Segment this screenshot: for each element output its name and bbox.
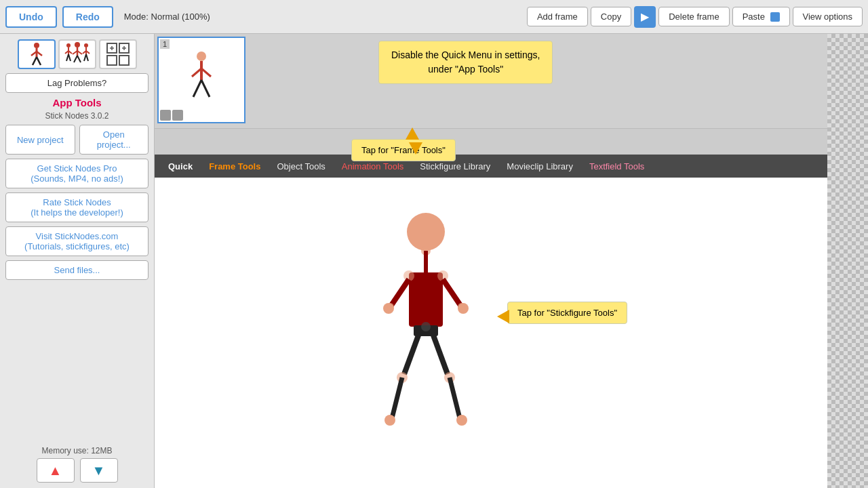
frame-tools-tooltip: Tap for "Frame Tools" [351, 139, 456, 161]
add-frame-button[interactable]: Add frame [527, 7, 588, 26]
svg-rect-26 [107, 56, 117, 65]
center-area: 1 [155, 34, 827, 488]
svg-line-23 [86, 54, 88, 61]
undo-button[interactable]: Undo [5, 6, 57, 28]
svg-point-49 [421, 322, 431, 331]
app-tools-section: App Tools Stick Nodes 3.0.2 [5, 97, 149, 121]
sidebar: Lag Problems? App Tools Stick Nodes 3.0.… [0, 34, 155, 488]
svg-line-5 [37, 57, 41, 65]
frame-number: 1 [160, 39, 170, 49]
paste-button[interactable]: Paste [732, 7, 790, 27]
svg-line-51 [433, 333, 448, 374]
scroll-up-button[interactable]: ▲ [37, 458, 75, 483]
canvas-area[interactable]: Tap for "Stickfigure Tools" [155, 178, 827, 488]
svg-line-44 [391, 279, 409, 306]
grid-icon [106, 42, 130, 66]
frame-action-icon-2 [172, 110, 183, 121]
app-tools-title: App Tools [52, 97, 101, 108]
person-icon-button[interactable] [18, 39, 56, 69]
menu-frame-tools[interactable]: Frame Tools [201, 157, 269, 176]
main-content: Lag Problems? App Tools Stick Nodes 3.0.… [0, 34, 868, 488]
paste-icon [770, 12, 780, 22]
svg-point-58 [387, 303, 394, 310]
svg-line-36 [193, 80, 201, 97]
svg-point-32 [197, 52, 206, 61]
play-icon: ▶ [641, 10, 649, 23]
arrow-up-icon: ▲ [49, 463, 62, 479]
frame-tools-arrow [406, 127, 419, 140]
play-button[interactable]: ▶ [634, 6, 656, 28]
frame-item[interactable]: 1 [157, 37, 245, 123]
copy-button[interactable]: Copy [591, 7, 631, 26]
svg-line-4 [33, 57, 37, 65]
memory-section: Memory use: 12MB ▲ ▼ [5, 446, 149, 483]
main-stickfigure-svg [358, 211, 494, 428]
svg-line-45 [443, 279, 461, 306]
group-icon-button[interactable] [58, 39, 96, 69]
send-files-button[interactable]: Send files... [5, 260, 149, 280]
frame-action-icon-1 [160, 110, 171, 121]
frame-stickfigure [181, 49, 222, 110]
grid-icon-button[interactable] [99, 39, 137, 69]
svg-line-54 [392, 378, 402, 418]
arrow-down-icon: ▼ [92, 463, 106, 479]
right-checkered-panel [827, 34, 868, 488]
menu-object-tools[interactable]: Object Tools [269, 157, 333, 176]
svg-line-34 [192, 68, 201, 77]
tool-icons [5, 39, 149, 69]
app-version: Stick Nodes 3.0.2 [45, 111, 108, 121]
svg-point-38 [407, 213, 445, 251]
frame-action-icons [160, 110, 183, 121]
memory-label: Memory use: 12MB [41, 446, 112, 455]
menu-textfield-tools[interactable]: Textfield Tools [581, 157, 652, 176]
quick-menu-down-arrow [409, 142, 422, 155]
svg-point-59 [458, 303, 465, 310]
delete-frame-button[interactable]: Delete frame [658, 7, 729, 26]
menu-quick[interactable]: Quick [160, 157, 201, 176]
svg-line-37 [201, 80, 210, 97]
stickfigure-main [358, 211, 494, 431]
svg-rect-40 [409, 272, 443, 327]
svg-point-57 [456, 415, 467, 426]
memory-buttons: ▲ ▼ [37, 458, 118, 483]
svg-rect-27 [119, 56, 129, 65]
redo-button[interactable]: Redo [62, 6, 113, 28]
project-buttons: New project Openproject... [5, 125, 149, 155]
svg-point-18 [84, 43, 88, 47]
menu-bar: Quick Frame Tools Object Tools Animation… [155, 155, 827, 178]
quick-menu-tooltip: Disable the Quick Menu in settings,under… [378, 41, 553, 84]
svg-point-56 [384, 415, 395, 426]
stickfigure-tooltip-arrow [497, 310, 509, 323]
visit-button[interactable]: Visit StickNodes.com(Tutorials, stickfig… [5, 226, 149, 256]
stickfigure-tools-tooltip: Tap for "Stickfigure Tools" [507, 302, 627, 324]
frame-controls: Add frame Copy ▶ Delete frame Paste View… [527, 6, 863, 28]
svg-line-55 [450, 378, 460, 418]
svg-point-12 [75, 42, 80, 47]
svg-line-50 [404, 333, 419, 374]
svg-line-16 [74, 56, 77, 62]
svg-line-35 [201, 68, 211, 77]
svg-line-11 [68, 54, 71, 61]
mode-label: Mode: Normal (100%) [124, 12, 210, 22]
top-bar: Undo Redo Mode: Normal (100%) Add frame … [0, 0, 868, 34]
new-project-button[interactable]: New project [5, 125, 75, 155]
rate-button[interactable]: Rate Stick Nodes(It helps the developer!… [5, 192, 149, 222]
menu-movieclip-library[interactable]: Movieclip Library [498, 157, 581, 176]
view-options-button[interactable]: View options [793, 7, 863, 26]
open-project-button[interactable]: Openproject... [79, 125, 149, 155]
group-stick-icon [63, 42, 92, 66]
get-pro-button[interactable]: Get Stick Nodes Pro(Sounds, MP4, no ads!… [5, 159, 149, 188]
stick-person-icon [26, 42, 47, 66]
svg-point-0 [34, 43, 39, 48]
svg-point-6 [66, 43, 71, 47]
lag-problems-button[interactable]: Lag Problems? [5, 73, 149, 93]
svg-line-17 [77, 56, 81, 62]
undo-redo-group: Undo Redo Mode: Normal (100%) [5, 6, 210, 28]
scroll-down-button[interactable]: ▼ [80, 458, 118, 483]
